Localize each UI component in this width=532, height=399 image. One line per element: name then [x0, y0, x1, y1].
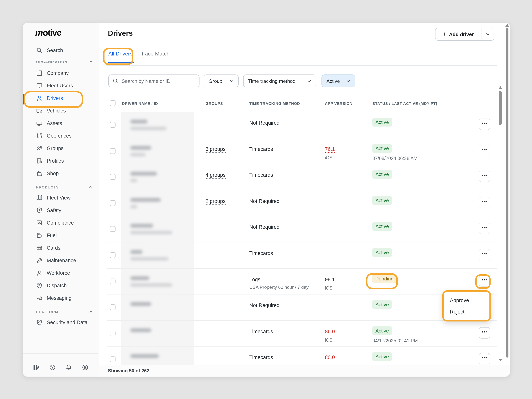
- sidebar-item-geofences[interactable]: Geofences: [23, 130, 99, 141]
- sidebar-item-fuel[interactable]: Fuel: [23, 230, 99, 241]
- table-scrollbar-down-arrow[interactable]: [499, 359, 502, 361]
- row-checkbox[interactable]: [110, 200, 115, 206]
- sidebar-footer: [23, 359, 98, 376]
- sidebar-item-profiles[interactable]: Profiles: [23, 155, 99, 166]
- row-checkbox[interactable]: [110, 304, 115, 310]
- table-row: 4 groups Timecards Active •••: [107, 164, 497, 190]
- sidebar-item-messaging[interactable]: Messaging: [23, 293, 99, 303]
- add-driver-dropdown-button[interactable]: [481, 28, 494, 40]
- sidebar-item-shop[interactable]: Shop: [23, 168, 99, 179]
- app-version-link[interactable]: 80.0: [325, 355, 335, 361]
- chevron-down-icon: [346, 79, 350, 83]
- row-actions-button[interactable]: •••: [479, 145, 490, 156]
- page-scrollbar-thumb[interactable]: [506, 28, 508, 358]
- menu-item-reject[interactable]: Reject: [444, 306, 489, 317]
- group-filter-dropdown[interactable]: Group: [204, 75, 239, 87]
- sidebar-section-products[interactable]: PRODUCTS: [23, 182, 99, 191]
- app-version-link[interactable]: 86.0: [325, 329, 335, 335]
- select-all-checkbox[interactable]: [110, 100, 115, 106]
- column-header-time-tracking-method[interactable]: TIME TRACKING METHOD: [249, 101, 300, 106]
- status-badge: Active: [372, 222, 392, 231]
- row-checkbox[interactable]: [110, 148, 115, 154]
- column-header-groups[interactable]: GROUPS: [206, 101, 223, 106]
- app-version-link[interactable]: 76.1: [325, 146, 335, 152]
- help-icon[interactable]: [49, 364, 56, 371]
- sidebar-item-vehicles[interactable]: Vehicles: [23, 105, 99, 116]
- tab-face-match[interactable]: Face Match: [142, 51, 170, 57]
- groups-link[interactable]: 2 groups: [206, 198, 226, 205]
- status-badge: Active: [372, 170, 392, 179]
- table-scrollbar-thumb[interactable]: [499, 91, 502, 125]
- sidebar-item-workforce[interactable]: Workforce: [23, 267, 99, 278]
- row-actions-button[interactable]: •••: [479, 353, 490, 365]
- redacted-driver-id: [130, 153, 146, 156]
- building-icon: [36, 70, 43, 76]
- sidebar-item-dispatch[interactable]: Dispatch: [23, 280, 99, 291]
- menu-item-approve[interactable]: Approve: [444, 294, 489, 306]
- trailer-icon: [36, 120, 43, 126]
- last-active-timestamp: 07/08/2024 06:38 AM: [372, 156, 418, 161]
- sidebar-item-fleet-users[interactable]: Fleet Users: [23, 80, 99, 91]
- row-actions-button[interactable]: •••: [479, 119, 490, 130]
- column-header-app-version[interactable]: APP VERSION: [325, 101, 352, 106]
- sidebar-item-safety[interactable]: Safety: [23, 205, 99, 215]
- cycle-rule-value: USA Property 60 hour / 7 day: [249, 285, 309, 290]
- sidebar-item-fleet-view[interactable]: Fleet View: [23, 192, 99, 203]
- person-icon: [36, 95, 43, 101]
- sidebar-item-compliance[interactable]: Compliance: [23, 217, 99, 228]
- add-driver-button[interactable]: + Add driver: [436, 28, 481, 40]
- row-actions-button-open[interactable]: •••: [479, 275, 490, 286]
- column-header-driver-name[interactable]: DRIVER NAME / ID: [122, 101, 158, 106]
- page-scrollbar-up-arrow[interactable]: [505, 24, 509, 27]
- time-tracking-method-value: Logs: [249, 276, 260, 282]
- status-filter-dropdown[interactable]: Active: [322, 75, 355, 87]
- time-tracking-method-value: Not Required: [249, 120, 279, 126]
- document-gear-icon: [36, 158, 43, 164]
- row-actions-button[interactable]: •••: [479, 223, 490, 234]
- tab-all-drivers[interactable]: All Drivers: [108, 51, 133, 57]
- groups-link[interactable]: 3 groups: [206, 146, 226, 152]
- logbook-location-icon[interactable]: [33, 364, 39, 371]
- sidebar-item-security-and-data[interactable]: Security and Data: [23, 317, 99, 328]
- groups-link[interactable]: 4 groups: [206, 172, 226, 179]
- row-actions-button[interactable]: •••: [479, 197, 490, 208]
- row-actions-button[interactable]: •••: [479, 249, 490, 260]
- search-input[interactable]: [121, 78, 193, 84]
- chevron-down-icon: [229, 79, 234, 83]
- row-actions-button[interactable]: •••: [479, 327, 490, 339]
- redacted-driver-name: [130, 224, 153, 228]
- sidebar-section-organization[interactable]: ORGANIZATION: [23, 57, 99, 66]
- time-tracking-method-filter-dropdown[interactable]: Time tracking method: [243, 75, 316, 87]
- redacted-driver-name: [130, 354, 159, 358]
- sidebar-section-platform[interactable]: PLATFORM: [23, 307, 99, 316]
- last-active-timestamp: 04/17/2025 02:41 PM: [372, 338, 418, 343]
- table-scrollbar-up-arrow[interactable]: [499, 86, 502, 89]
- row-checkbox[interactable]: [110, 226, 115, 232]
- row-actions-button[interactable]: •••: [479, 171, 490, 182]
- app-os-value: iOS: [325, 285, 332, 291]
- ttm-filter-label: Time tracking method: [248, 78, 295, 84]
- sidebar-item-maintenance[interactable]: Maintenance: [23, 255, 99, 266]
- row-checkbox[interactable]: [110, 174, 115, 180]
- chevron-up-icon: [89, 185, 93, 189]
- status-badge: Active: [372, 352, 392, 361]
- bell-icon[interactable]: [65, 364, 72, 371]
- app-os-value: iOS: [325, 155, 332, 160]
- sidebar-item-drivers[interactable]: Drivers: [23, 93, 99, 103]
- sidebar-item-search[interactable]: Search: [23, 45, 99, 56]
- sidebar-item-cards[interactable]: Cards: [23, 242, 99, 253]
- row-checkbox[interactable]: [110, 331, 115, 336]
- table-row: 3 groups Timecards 76.1 iOS Active 07/08…: [107, 138, 497, 164]
- account-icon[interactable]: [82, 364, 89, 371]
- row-checkbox[interactable]: [110, 252, 115, 258]
- sidebar-item-groups[interactable]: Groups: [23, 143, 99, 153]
- sidebar-item-assets[interactable]: Assets: [23, 118, 99, 128]
- column-header-status-last-active[interactable]: STATUS / LAST ACTIVE (MDY PT): [372, 101, 437, 106]
- section-label: ORGANIZATION: [36, 59, 67, 64]
- sidebar-item-company[interactable]: Company: [23, 68, 99, 78]
- row-checkbox[interactable]: [110, 278, 115, 284]
- driver-search-field[interactable]: [108, 75, 200, 87]
- row-checkbox[interactable]: [110, 122, 115, 128]
- app-version-value: 98.1: [325, 276, 335, 282]
- row-checkbox[interactable]: [110, 357, 115, 362]
